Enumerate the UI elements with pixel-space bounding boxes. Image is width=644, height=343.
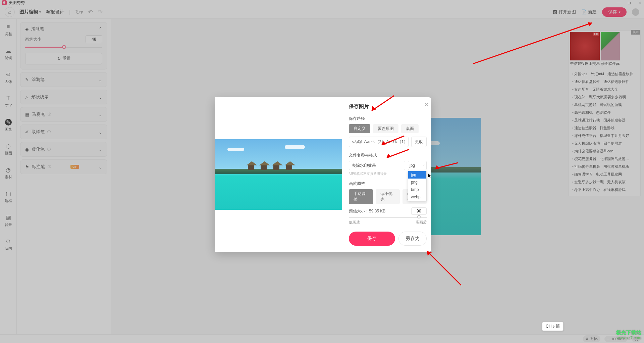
filename-input[interactable] bbox=[349, 161, 405, 170]
change-path-button[interactable]: 更改 bbox=[411, 137, 427, 147]
high-quality-label: 高画质 bbox=[416, 220, 427, 225]
path-input[interactable] bbox=[349, 137, 409, 147]
format-option-bmp[interactable]: bmp bbox=[408, 186, 426, 193]
format-option-jpg[interactable]: jpg bbox=[408, 171, 426, 179]
est-size-value: 59.35 KB bbox=[369, 209, 385, 213]
path-desktop-pill[interactable]: 桌面 bbox=[401, 124, 419, 133]
ime-indicator[interactable]: CH ♪ 简 bbox=[542, 322, 564, 331]
format-option-webp[interactable]: webp bbox=[408, 193, 426, 201]
svg-marker-0 bbox=[428, 173, 431, 178]
cursor-icon bbox=[428, 173, 432, 179]
format-dropdown: jpg png bmp webp bbox=[408, 171, 427, 201]
format-select[interactable]: jpg bbox=[408, 161, 427, 170]
quality-shrink-pill[interactable]: 缩小优先 bbox=[376, 189, 400, 204]
save-path-label: 保存路径 bbox=[349, 116, 427, 121]
filename-format-label: 文件名称与格式 bbox=[349, 152, 427, 158]
path-custom-pill[interactable]: 自定义 bbox=[349, 124, 370, 133]
modal-save-button[interactable]: 保存 bbox=[349, 232, 395, 246]
modal-save-as-button[interactable]: 另存为 bbox=[398, 232, 427, 246]
close-icon[interactable]: ✕ bbox=[424, 101, 429, 108]
quality-value-input[interactable] bbox=[411, 207, 427, 215]
quality-manual-pill[interactable]: 手动调整 bbox=[349, 189, 373, 204]
modal-preview bbox=[215, 97, 342, 252]
est-size-label: 预估大小： bbox=[349, 209, 369, 213]
watermark: 极光下载站 www.xz7.com bbox=[616, 330, 641, 340]
save-image-modal: 保存图片 ✕ 保存路径 自定义 覆盖原图 桌面 更改 文件名称与格式 jpg j… bbox=[215, 97, 431, 252]
low-quality-label: 低画质 bbox=[349, 220, 360, 225]
path-overwrite-pill[interactable]: 覆盖原图 bbox=[373, 124, 398, 133]
format-option-png[interactable]: png bbox=[408, 179, 426, 186]
quality-slider[interactable] bbox=[349, 217, 427, 218]
modal-title: 保存图片 bbox=[349, 103, 427, 110]
